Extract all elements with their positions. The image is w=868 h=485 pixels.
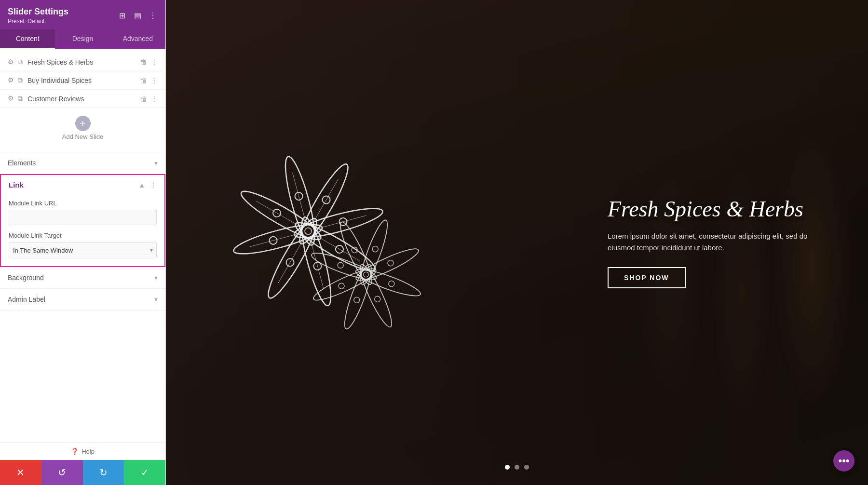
star-anise-illustration xyxy=(221,135,424,342)
admin-label-section-header[interactable]: Admin Label ▾ xyxy=(0,289,165,310)
save-icon: ✓ xyxy=(141,467,149,478)
background-chevron-icon: ▾ xyxy=(154,274,158,282)
undo-icon: ↺ xyxy=(58,467,66,478)
sidebar-tabs: Content Design Advanced xyxy=(0,29,165,49)
elements-label: Elements xyxy=(8,159,36,167)
help-label: Help xyxy=(81,448,95,455)
save-button[interactable]: ✓ xyxy=(124,460,165,485)
sidebar: Slider Settings Preset: Default ⊞ ▤ ⋮ Co… xyxy=(0,0,166,485)
elements-chevron-icon: ▾ xyxy=(154,159,158,167)
slide-label-2: Buy Individual Spices xyxy=(27,77,140,84)
link-collapse-icon[interactable]: ▲ xyxy=(138,181,145,189)
cancel-icon: ✕ xyxy=(16,467,25,478)
slider-dot-1[interactable] xyxy=(505,465,510,470)
slide-description: Lorem ipsum dolor sit amet, consectetur … xyxy=(608,230,810,254)
slider-dots xyxy=(505,465,529,470)
link-more-icon[interactable]: ⋮ xyxy=(150,181,157,189)
link-section-controls: ▲ ⋮ xyxy=(138,181,157,189)
slider-preview: Fresh Spices & Herbs Lorem ipsum dolor s… xyxy=(166,0,868,485)
add-slide-area[interactable]: + Add New Slide xyxy=(0,108,165,148)
layout-icon[interactable]: ▤ xyxy=(133,11,142,21)
link-section-title: Link xyxy=(9,181,24,189)
admin-label-label: Admin Label xyxy=(8,296,45,303)
slide-delete-icon-3[interactable]: 🗑 xyxy=(140,95,147,103)
sidebar-header: Slider Settings Preset: Default ⊞ ▤ ⋮ xyxy=(0,0,165,29)
slide-item-1[interactable]: ⚙ ⧉ Fresh Spices & Herbs 🗑 ⋮ xyxy=(0,53,165,71)
slider-dot-2[interactable] xyxy=(515,465,519,470)
tab-advanced[interactable]: Advanced xyxy=(110,29,165,49)
svg-point-39 xyxy=(374,295,381,303)
link-section: Link ▲ ⋮ Module Link URL Module Link Tar… xyxy=(0,174,165,267)
svg-point-42 xyxy=(337,261,344,269)
sidebar-title-group: Slider Settings Preset: Default xyxy=(8,7,68,25)
svg-point-35 xyxy=(363,271,369,278)
fab-dots-icon: ••• xyxy=(838,455,849,467)
add-slide-button[interactable]: + xyxy=(75,116,91,131)
more-icon[interactable]: ⋮ xyxy=(148,11,158,21)
module-link-url-input[interactable] xyxy=(9,210,157,225)
slide-item-3[interactable]: ⚙ ⧉ Customer Reviews 🗑 ⋮ xyxy=(0,90,165,108)
module-link-target-select[interactable]: In The Same Window In The New Tab xyxy=(9,242,157,258)
slide-settings-icon-3[interactable]: ⚙ xyxy=(8,94,14,103)
floating-action-button[interactable]: ••• xyxy=(833,450,854,472)
main-preview: Fresh Spices & Herbs Lorem ipsum dolor s… xyxy=(166,0,868,485)
slide-more-icon-1[interactable]: ⋮ xyxy=(151,58,158,66)
header-icons: ⊞ ▤ ⋮ xyxy=(117,11,158,21)
elements-section-header[interactable]: Elements ▾ xyxy=(0,152,165,174)
undo-button[interactable]: ↺ xyxy=(41,460,83,485)
slide-settings-icon-2[interactable]: ⚙ xyxy=(8,76,14,84)
slider-dot-3[interactable] xyxy=(524,465,529,470)
module-link-url-label: Module Link URL xyxy=(9,200,157,207)
slide-duplicate-icon-2[interactable]: ⧉ xyxy=(18,76,23,84)
slide-delete-icon-1[interactable]: 🗑 xyxy=(140,58,147,66)
svg-point-38 xyxy=(388,280,395,287)
slide-more-icon-3[interactable]: ⋮ xyxy=(151,95,158,103)
slide-title: Fresh Spices & Herbs xyxy=(608,197,810,222)
link-section-header: Link ▲ ⋮ xyxy=(1,175,164,195)
tab-design[interactable]: Design xyxy=(55,29,110,49)
link-section-body: Module Link URL Module Link Target In Th… xyxy=(1,195,164,266)
redo-button[interactable]: ↻ xyxy=(83,460,124,485)
slide-delete-icon-2[interactable]: 🗑 xyxy=(140,77,147,84)
slides-list: ⚙ ⧉ Fresh Spices & Herbs 🗑 ⋮ ⚙ ⧉ Buy Ind… xyxy=(0,49,165,152)
shop-now-button[interactable]: SHOP NOW xyxy=(608,267,686,288)
help-button[interactable]: ❓ Help xyxy=(71,448,95,455)
sidebar-footer: ❓ Help xyxy=(0,443,165,460)
svg-point-40 xyxy=(353,296,360,304)
grid-icon[interactable]: ⊞ xyxy=(117,11,127,21)
sidebar-title: Slider Settings xyxy=(8,7,68,17)
module-link-target-label: Module Link Target xyxy=(9,232,157,239)
svg-point-17 xyxy=(304,227,312,235)
svg-point-37 xyxy=(387,259,394,267)
slide-duplicate-icon-1[interactable]: ⧉ xyxy=(18,58,23,66)
slide-settings-icon-1[interactable]: ⚙ xyxy=(8,58,14,66)
svg-point-36 xyxy=(372,245,379,253)
tab-content[interactable]: Content xyxy=(0,29,55,49)
redo-icon: ↻ xyxy=(99,467,108,478)
slide-label-1: Fresh Spices & Herbs xyxy=(27,58,140,66)
admin-label-chevron-icon: ▾ xyxy=(154,296,158,303)
slide-content: Fresh Spices & Herbs Lorem ipsum dolor s… xyxy=(608,197,810,289)
slide-item-2[interactable]: ⚙ ⧉ Buy Individual Spices 🗑 ⋮ xyxy=(0,71,165,90)
background-section-header[interactable]: Background ▾ xyxy=(0,267,165,289)
help-icon: ❓ xyxy=(71,448,79,455)
module-link-target-wrap: In The Same Window In The New Tab ▾ xyxy=(9,242,157,258)
add-slide-label: Add New Slide xyxy=(62,133,103,140)
bottom-sections: Background ▾ Admin Label ▾ xyxy=(0,267,165,443)
sidebar-preset[interactable]: Preset: Default xyxy=(8,18,68,25)
slide-label-3: Customer Reviews xyxy=(27,95,140,103)
slide-duplicate-icon-3[interactable]: ⧉ xyxy=(18,94,23,103)
background-label: Background xyxy=(8,274,44,282)
slide-more-icon-2[interactable]: ⋮ xyxy=(151,77,158,84)
cancel-button[interactable]: ✕ xyxy=(0,460,41,485)
action-toolbar: ✕ ↺ ↻ ✓ xyxy=(0,460,165,485)
svg-point-41 xyxy=(338,282,345,290)
